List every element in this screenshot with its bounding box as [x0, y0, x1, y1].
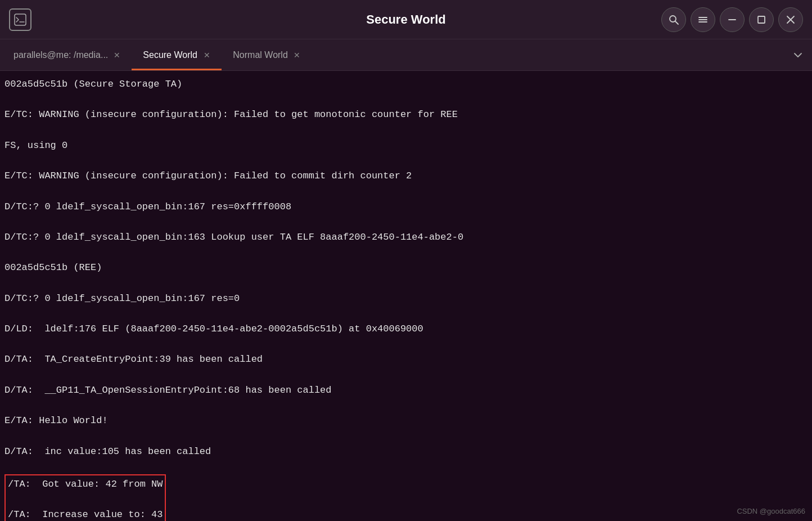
window-controls [661, 7, 803, 32]
terminal-line: FS, using 0 [4, 138, 808, 153]
watermark: CSDN @goodcat666 [737, 507, 805, 515]
highlighted-output: /TA: Got value: 42 from NW /TA: Increase… [4, 474, 166, 521]
terminal-line: E/TC: WARNING (insecure configuration): … [4, 168, 808, 183]
terminal-line: D/TC:? 0 ldelf_syscall_open_bin:167 res=… [4, 199, 808, 214]
terminal-line: D/TA: TA_CreateEntryPoint:39 has been ca… [4, 352, 808, 367]
svg-point-2 [670, 16, 676, 22]
tabbar: parallels@me: /media... ✕ Secure World ✕… [0, 39, 812, 71]
titlebar-left [9, 8, 31, 31]
terminal-line: 002a5d5c51b (Secure Storage TA) [4, 77, 808, 92]
close-button[interactable] [778, 7, 803, 32]
tab-close-normal[interactable]: ✕ [294, 51, 300, 60]
restore-button[interactable] [749, 7, 774, 32]
tab-label: Normal World [233, 50, 288, 60]
terminal-line: 002a5d5c51b (REE) [4, 260, 808, 275]
tab-close-secure[interactable]: ✕ [204, 51, 210, 60]
terminal-line: D/TA: inc value:105 has been called [4, 444, 808, 459]
terminal-line: E/TC: WARNING (insecure configuration): … [4, 107, 808, 122]
window-title: Secure World [366, 12, 445, 27]
svg-rect-8 [758, 16, 765, 23]
terminal-line: D/LD: ldelf:176 ELF (8aaaf200-2450-11e4-… [4, 321, 808, 336]
terminal-line: D/TA: __GP11_TA_OpenSessionEntryPoint:68… [4, 383, 808, 398]
tab-normal-world[interactable]: Normal World ✕ [222, 39, 312, 70]
highlight-line-2: /TA: Increase value to: 43 [8, 507, 163, 521]
tab-close-media[interactable]: ✕ [114, 51, 120, 60]
titlebar: Secure World [0, 0, 812, 39]
menu-button[interactable] [691, 7, 715, 32]
terminal-content: 002a5d5c51b (Secure Storage TA) E/TC: WA… [0, 71, 812, 521]
tab-dropdown-button[interactable] [786, 39, 810, 70]
minimize-button[interactable] [720, 7, 745, 32]
svg-line-3 [675, 21, 678, 24]
tab-label: parallels@me: /media... [13, 50, 108, 60]
terminal-line: D/TC:? 0 ldelf_syscall_open_bin:167 res=… [4, 291, 808, 306]
search-button[interactable] [661, 7, 686, 32]
tab-media[interactable]: parallels@me: /media... ✕ [2, 39, 132, 70]
terminal-line: E/TA: Hello World! [4, 413, 808, 428]
terminal-output: 002a5d5c51b (Secure Storage TA) E/TC: WA… [4, 77, 808, 521]
tab-label: Secure World [143, 50, 197, 60]
terminal-line: D/TC:? 0 ldelf_syscall_open_bin:163 Look… [4, 230, 808, 245]
highlight-line-1: /TA: Got value: 42 from NW [8, 477, 163, 492]
tab-secure-world[interactable]: Secure World ✕ [132, 39, 222, 70]
terminal-icon[interactable] [9, 8, 31, 31]
svg-rect-0 [15, 14, 26, 25]
